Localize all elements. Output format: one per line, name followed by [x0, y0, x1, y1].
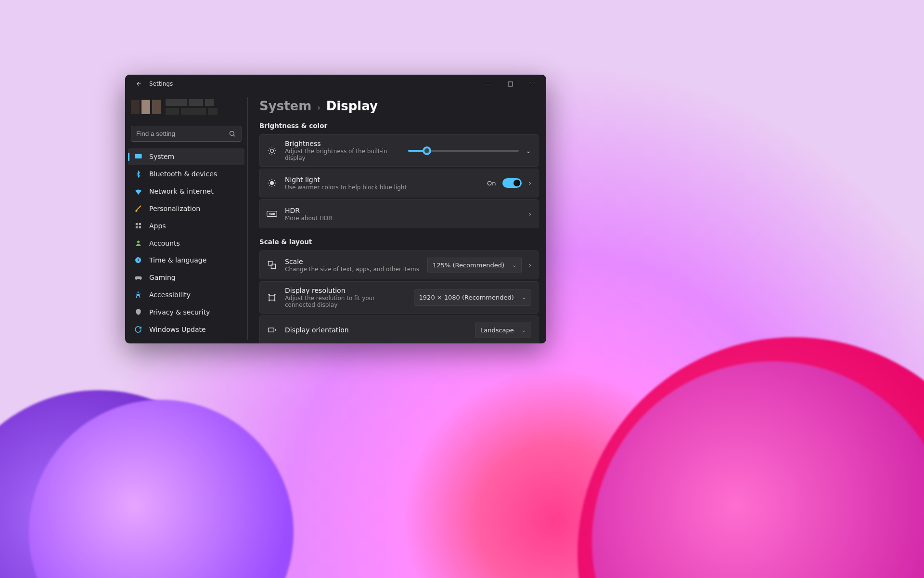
maximize-button[interactable] — [499, 77, 521, 91]
svg-rect-6 — [135, 226, 137, 228]
orientation-row[interactable]: Display orientation Landscape ⌄ — [259, 315, 539, 343]
search-input[interactable] — [136, 130, 229, 137]
chevron-down-icon: ⌄ — [522, 327, 526, 333]
settings-window: Settings — [125, 75, 546, 343]
sidebar-item-label: Privacy & security — [149, 308, 210, 316]
hdr-row[interactable]: HDR HDR More about HDR › — [259, 199, 539, 228]
sidebar-item-label: Time & language — [149, 256, 206, 264]
resolution-select[interactable]: 1920 × 1080 (Recommended) ⌄ — [414, 289, 531, 306]
apps-icon — [134, 222, 142, 230]
svg-point-12 — [270, 182, 274, 185]
search-box[interactable] — [131, 126, 242, 142]
scale-select[interactable]: 125% (Recommended) ⌄ — [427, 257, 522, 273]
night-light-title: Night light — [285, 176, 479, 184]
svg-rect-7 — [139, 226, 141, 228]
svg-rect-16 — [271, 264, 275, 268]
sun-icon — [267, 145, 277, 156]
sidebar-item-windows-update[interactable]: Windows Update — [128, 321, 244, 338]
paintbrush-icon — [134, 204, 142, 213]
section-title-scale: Scale & layout — [259, 238, 539, 246]
brightness-slider[interactable] — [408, 150, 519, 152]
profile-block[interactable] — [131, 93, 242, 121]
night-light-toggle[interactable] — [502, 178, 522, 188]
svg-point-2 — [230, 131, 234, 135]
scale-sub: Change the size of text, apps, and other… — [285, 266, 420, 273]
sidebar-item-label: Personalization — [149, 205, 200, 212]
svg-rect-17 — [269, 295, 275, 300]
sidebar-item-label: Windows Update — [149, 326, 206, 333]
breadcrumb-current: Display — [326, 99, 378, 113]
svg-point-11 — [270, 149, 274, 152]
breadcrumb: System › Display — [259, 99, 539, 113]
search-icon — [229, 130, 236, 138]
sidebar-item-accounts[interactable]: Accounts — [128, 235, 244, 251]
shield-icon — [134, 308, 142, 316]
minimize-button[interactable] — [477, 77, 499, 91]
scale-title: Scale — [285, 258, 420, 265]
chevron-right-icon[interactable]: › — [528, 261, 531, 269]
chevron-down-icon: ⌄ — [512, 262, 516, 268]
resolution-value: 1920 × 1080 (Recommended) — [419, 294, 514, 301]
scale-icon — [267, 260, 277, 270]
svg-point-10 — [138, 291, 139, 293]
night-light-icon — [267, 178, 277, 188]
titlebar: Settings — [125, 75, 546, 93]
breadcrumb-parent[interactable]: System — [259, 99, 311, 113]
night-light-sub: Use warmer colors to help block blue lig… — [285, 184, 479, 191]
svg-rect-15 — [269, 262, 272, 265]
sidebar-item-label: Bluetooth & devices — [149, 170, 217, 178]
brightness-row[interactable]: Brightness Adjust the brightness of the … — [259, 134, 539, 167]
svg-point-8 — [137, 241, 140, 243]
sidebar-item-system[interactable]: System — [128, 148, 244, 165]
svg-rect-0 — [486, 84, 491, 84]
sidebar-item-apps[interactable]: Apps — [128, 217, 244, 234]
resolution-row[interactable]: Display resolution Adjust the resolution… — [259, 281, 539, 314]
profile-text — [166, 99, 218, 115]
night-light-row[interactable]: Night light Use warmer colors to help bl… — [259, 169, 539, 197]
sidebar-item-gaming[interactable]: Gaming — [128, 269, 244, 286]
avatar — [131, 100, 161, 114]
orientation-select[interactable]: Landscape ⌄ — [475, 322, 531, 338]
orientation-title: Display orientation — [285, 326, 467, 334]
section-title-brightness: Brightness & color — [259, 122, 539, 130]
bluetooth-icon — [134, 170, 142, 178]
close-button[interactable] — [521, 77, 543, 91]
chevron-right-icon[interactable]: › — [528, 179, 531, 187]
svg-rect-4 — [135, 223, 137, 225]
content-area: System › Display Brightness & color Brig… — [248, 93, 546, 343]
chevron-down-icon[interactable]: ⌄ — [526, 147, 531, 155]
back-button[interactable] — [132, 77, 146, 91]
chevron-right-icon[interactable]: › — [528, 210, 531, 218]
resolution-icon — [267, 292, 277, 303]
brightness-sub: Adjust the brightness of the built-in di… — [285, 148, 400, 161]
orientation-icon — [267, 325, 277, 335]
globe-clock-icon — [134, 256, 142, 264]
svg-rect-5 — [139, 223, 141, 225]
night-light-state: On — [487, 180, 496, 187]
sidebar-item-bluetooth[interactable]: Bluetooth & devices — [128, 166, 244, 183]
scale-row[interactable]: Scale Change the size of text, apps, and… — [259, 250, 539, 279]
hdr-icon: HDR — [267, 209, 277, 219]
brightness-title: Brightness — [285, 140, 400, 147]
chevron-right-icon: › — [317, 103, 320, 112]
svg-text:HDR: HDR — [269, 212, 275, 215]
window-title: Settings — [149, 80, 173, 87]
sidebar-item-accessibility[interactable]: Accessibility — [128, 287, 244, 303]
sidebar-item-privacy[interactable]: Privacy & security — [128, 303, 244, 320]
sidebar-item-network[interactable]: Network & internet — [128, 183, 244, 200]
hdr-title: HDR — [285, 207, 521, 214]
hdr-sub: More about HDR — [285, 215, 521, 222]
gamepad-icon — [134, 273, 142, 282]
person-icon — [134, 239, 142, 248]
svg-rect-1 — [508, 82, 513, 86]
sidebar: System Bluetooth & devices Network & int… — [125, 93, 247, 343]
svg-rect-3 — [135, 154, 141, 158]
sidebar-item-label: Network & internet — [149, 187, 214, 195]
sidebar-item-time-language[interactable]: Time & language — [128, 252, 244, 269]
sidebar-item-label: Apps — [149, 222, 166, 230]
scale-value: 125% (Recommended) — [433, 262, 504, 269]
sidebar-item-personalization[interactable]: Personalization — [128, 200, 244, 217]
sidebar-item-label: System — [149, 153, 174, 160]
chevron-down-icon: ⌄ — [522, 294, 526, 301]
resolution-title: Display resolution — [285, 287, 406, 294]
